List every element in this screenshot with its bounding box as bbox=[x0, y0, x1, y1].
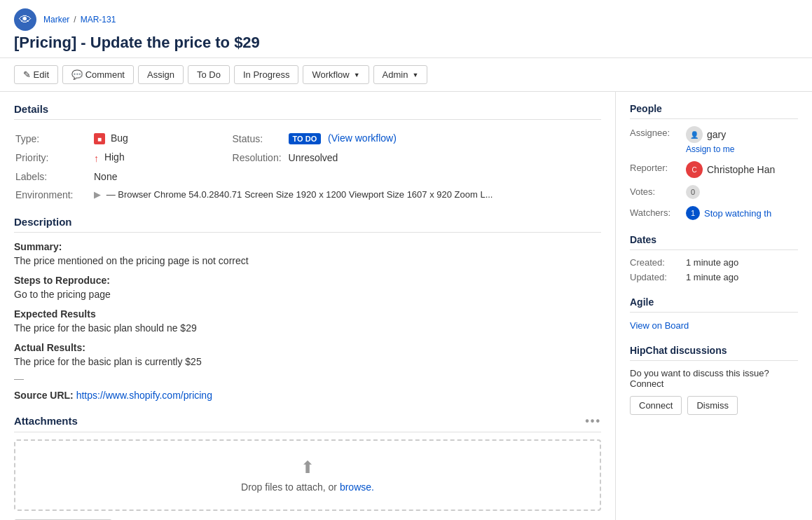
stop-watching-link[interactable]: Stop watching th bbox=[704, 208, 771, 219]
assign-button[interactable]: Assign bbox=[138, 65, 184, 84]
steps-label: Steps to Reproduce: bbox=[14, 275, 601, 286]
updated-label: Updated: bbox=[630, 272, 686, 282]
env-arrow-icon: ▶ bbox=[94, 189, 101, 200]
resolution-label: Resolution: bbox=[205, 149, 287, 166]
dates-section: Dates Created: 1 minute ago Updated: 1 m… bbox=[630, 234, 798, 282]
people-section: People Assignee: 👤 gary Assign to me Rep… bbox=[630, 103, 798, 220]
drop-text: Drop files to attach, or bbox=[241, 481, 340, 493]
created-value: 1 minute ago bbox=[686, 257, 738, 268]
upload-icon: ⬆ bbox=[32, 458, 583, 477]
project-link[interactable]: Marker bbox=[43, 15, 69, 25]
watchers-label: Watchers: bbox=[630, 206, 686, 218]
view-on-board-link[interactable]: View on Board bbox=[630, 320, 689, 331]
issue-title: [Pricing] - Update the price to $29 bbox=[14, 34, 798, 52]
votes-label: Votes: bbox=[630, 185, 686, 197]
attachments-menu-button[interactable]: ••• bbox=[585, 415, 601, 427]
type-row: Type: ■ Bug Status: TO DO (View workflow… bbox=[15, 130, 600, 147]
priority-row: Priority: ↑ High Resolution: Unresolved bbox=[15, 149, 600, 166]
agile-section: Agile View on Board bbox=[630, 296, 798, 331]
status-badge: TO DO bbox=[289, 133, 322, 144]
votes-row: Votes: 0 bbox=[630, 185, 798, 199]
priority-value: ↑ High bbox=[94, 149, 203, 166]
watchers-badge: 1 bbox=[686, 206, 700, 220]
comment-button[interactable]: 💬 Comment bbox=[62, 65, 134, 84]
expected-label: Expected Results bbox=[14, 308, 601, 320]
actual-label: Actual Results: bbox=[14, 342, 601, 353]
environment-label: Environment: bbox=[15, 186, 92, 203]
reporter-avatar: C bbox=[686, 161, 703, 178]
resolution-value: Unresolved bbox=[289, 149, 600, 166]
steps-text: Go to the pricing page bbox=[14, 289, 601, 300]
updated-row: Updated: 1 minute ago bbox=[630, 272, 798, 282]
hipchat-desc: Do you want to discuss this issue? Conne… bbox=[630, 368, 798, 389]
assignee-row: Assignee: 👤 gary Assign to me bbox=[630, 126, 798, 154]
view-workflow-link[interactable]: (View workflow) bbox=[328, 132, 397, 144]
hipchat-title: HipChat discussions bbox=[630, 345, 798, 361]
dates-title: Dates bbox=[630, 234, 798, 250]
reporter-row: Reporter: C Christophe Han bbox=[630, 161, 798, 178]
status-label: Status: bbox=[205, 130, 287, 147]
source-label: Source URL: bbox=[14, 390, 74, 401]
updated-value: 1 minute ago bbox=[686, 272, 738, 282]
labels-value: None bbox=[94, 168, 203, 185]
assignee-avatar: 👤 bbox=[686, 126, 703, 143]
todo-button[interactable]: To Do bbox=[188, 65, 230, 84]
created-label: Created: bbox=[630, 257, 686, 268]
in-progress-button[interactable]: In Progress bbox=[234, 65, 298, 84]
attachments-section: Attachments ••• ⬆ Drop files to attach, … bbox=[14, 415, 601, 520]
app-logo: 👁 bbox=[14, 8, 36, 31]
source-url-row: Source URL: https://www.shopify.com/pric… bbox=[14, 390, 601, 401]
breadcrumb: 👁 Marker / MAR-131 bbox=[14, 8, 798, 31]
details-table: Type: ■ Bug Status: TO DO (View workflow… bbox=[14, 128, 601, 205]
people-title: People bbox=[630, 103, 798, 119]
attachments-title: Attachments bbox=[14, 415, 78, 427]
edit-button[interactable]: ✎ Edit bbox=[14, 65, 58, 84]
dismiss-button[interactable]: Dismiss bbox=[687, 396, 738, 415]
assignee-name: gary bbox=[707, 129, 726, 140]
description-section: Description Summary: The price mentioned… bbox=[14, 216, 601, 401]
reporter-label: Reporter: bbox=[630, 161, 686, 173]
bug-icon: ■ bbox=[94, 133, 105, 144]
watchers-row: Watchers: 1 Stop watching th bbox=[630, 206, 798, 220]
actual-text: The price for the basic plan is currentl… bbox=[14, 356, 601, 367]
created-row: Created: 1 minute ago bbox=[630, 257, 798, 268]
toolbar: ✎ Edit 💬 Comment Assign To Do In Progres… bbox=[0, 58, 812, 92]
drop-zone[interactable]: ⬆ Drop files to attach, or browse. bbox=[14, 439, 601, 511]
priority-icon: ↑ bbox=[94, 153, 99, 164]
description-section-title: Description bbox=[14, 216, 601, 233]
assignee-value: 👤 gary Assign to me bbox=[686, 126, 734, 154]
connect-button[interactable]: Connect bbox=[630, 396, 682, 415]
issue-link[interactable]: MAR-131 bbox=[81, 15, 116, 25]
summary-label: Summary: bbox=[14, 241, 601, 252]
environment-row: Environment: ▶ — Browser Chrome 54.0.284… bbox=[15, 186, 600, 203]
admin-button[interactable]: Admin bbox=[373, 65, 428, 84]
hipchat-buttons: Connect Dismiss bbox=[630, 396, 798, 415]
labels-row: Labels: None bbox=[15, 168, 600, 185]
reporter-name: Christophe Han bbox=[707, 164, 775, 175]
details-section-title: Details bbox=[14, 103, 601, 120]
watchers-value: 1 Stop watching th bbox=[686, 206, 771, 220]
expected-text: The price for the basic plan should ne $… bbox=[14, 322, 601, 334]
type-value: ■ Bug bbox=[94, 130, 203, 147]
assignee-label: Assignee: bbox=[630, 126, 686, 138]
breadcrumb-separator: / bbox=[74, 15, 76, 25]
environment-value: ▶ — Browser Chrome 54.0.2840.71 Screen S… bbox=[94, 186, 600, 203]
reporter-value: C Christophe Han bbox=[686, 161, 775, 178]
type-label: Type: bbox=[15, 130, 92, 147]
attachments-header: Attachments ••• bbox=[14, 415, 601, 432]
source-url-link[interactable]: https://www.shopify.com/pricing bbox=[76, 390, 212, 401]
hipchat-section: HipChat discussions Do you want to discu… bbox=[630, 345, 798, 415]
assign-to-me-link[interactable]: Assign to me bbox=[686, 144, 734, 154]
votes-badge: 0 bbox=[686, 185, 700, 199]
priority-label: Priority: bbox=[15, 149, 92, 166]
status-value: TO DO (View workflow) bbox=[289, 130, 600, 147]
votes-value: 0 bbox=[686, 185, 704, 199]
browse-link[interactable]: browse. bbox=[340, 481, 374, 493]
sidebar: People Assignee: 👤 gary Assign to me Rep… bbox=[616, 92, 812, 520]
desc-divider: — bbox=[14, 373, 601, 384]
labels-label: Labels: bbox=[15, 168, 92, 185]
workflow-button[interactable]: Workflow bbox=[303, 65, 369, 84]
summary-text: The price mentioned on the pricing page … bbox=[14, 255, 601, 266]
agile-title: Agile bbox=[630, 296, 798, 313]
